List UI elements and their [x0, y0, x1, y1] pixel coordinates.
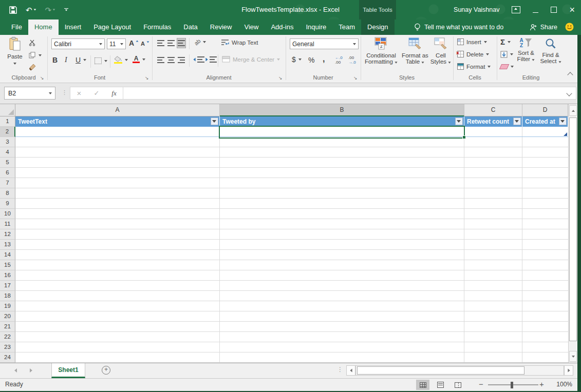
align-center-button[interactable]: [166, 55, 176, 65]
table-header-cell-B[interactable]: Tweeted by: [220, 116, 464, 127]
tab-team[interactable]: Team: [332, 19, 361, 35]
decrease-indent-button[interactable]: [193, 56, 204, 63]
next-sheet-icon[interactable]: [30, 368, 32, 373]
tell-me-box[interactable]: Tell me what you want to do: [414, 19, 503, 35]
worksheet-grid[interactable]: ATweetTextBTweeted byCRetweet countDCrea…: [0, 104, 568, 363]
bottom-align-button[interactable]: [177, 38, 186, 48]
row-header-3[interactable]: 3: [0, 137, 15, 147]
grid-row-19[interactable]: [15, 301, 568, 311]
tab-formulas[interactable]: Formulas: [137, 19, 177, 35]
zoom-slider-thumb[interactable]: [511, 382, 513, 388]
normal-view-button[interactable]: [416, 380, 429, 390]
page-layout-view-button[interactable]: [434, 380, 447, 390]
row-header-23[interactable]: 23: [0, 342, 15, 352]
fill-button[interactable]: [500, 51, 513, 58]
copy-button[interactable]: [29, 52, 42, 58]
underline-button[interactable]: U: [76, 56, 86, 64]
filter-button-C[interactable]: [513, 117, 521, 125]
row-header-4[interactable]: 4: [0, 147, 15, 158]
tab-design[interactable]: Design: [361, 19, 394, 35]
grid-row-11[interactable]: [15, 219, 568, 229]
row-header-10[interactable]: 10: [0, 209, 15, 219]
decrease-decimal-button[interactable]: .00→.0: [348, 55, 356, 65]
borders-button[interactable]: [95, 57, 107, 64]
comma-style-button[interactable]: ,: [323, 54, 325, 64]
zoom-slider-track[interactable]: [488, 384, 538, 385]
minimize-button[interactable]: [533, 6, 538, 14]
grid-row-5[interactable]: [15, 158, 568, 168]
middle-align-button[interactable]: [166, 38, 176, 48]
collapse-ribbon-button[interactable]: [568, 72, 572, 78]
undo-button[interactable]: ↶: [26, 6, 36, 14]
accounting-format-button[interactable]: $: [292, 55, 302, 64]
grid-row-18[interactable]: [15, 291, 568, 301]
increase-indent-button[interactable]: [205, 56, 217, 63]
grid-row-24[interactable]: [15, 352, 568, 363]
clipboard-dialog-launcher[interactable]: ↘: [40, 75, 45, 81]
zoom-in-button[interactable]: +: [539, 380, 544, 388]
tab-insert[interactable]: Insert: [59, 19, 88, 35]
fill-color-button[interactable]: [114, 56, 128, 64]
grid-row-3[interactable]: [15, 137, 568, 147]
find-select-button[interactable]: Find & Select: [538, 37, 563, 64]
format-as-table-button[interactable]: Format as Table: [402, 37, 428, 65]
column-header-D[interactable]: D: [522, 104, 568, 116]
align-right-button[interactable]: [177, 55, 186, 65]
format-cells-button[interactable]: Format: [457, 63, 491, 70]
grid-row-8[interactable]: [15, 188, 568, 199]
format-painter-button[interactable]: [29, 64, 36, 71]
increase-font-size-button[interactable]: A: [129, 39, 139, 47]
tab-home[interactable]: Home: [28, 19, 59, 35]
active-cell-B2[interactable]: [219, 126, 465, 139]
tab-inquire[interactable]: Inquire: [299, 19, 332, 35]
grid-row-10[interactable]: [15, 209, 568, 219]
grid-row-17[interactable]: [15, 281, 568, 291]
align-left-button[interactable]: [156, 55, 165, 65]
row-header-1[interactable]: 1: [0, 116, 15, 127]
horizontal-scroll-thumb[interactable]: [357, 366, 524, 375]
grid-row-7[interactable]: [15, 178, 568, 188]
name-box[interactable]: B2: [4, 87, 55, 100]
grid-row-6[interactable]: [15, 168, 568, 178]
ribbon-display-options-icon[interactable]: [512, 6, 520, 13]
page-break-view-button[interactable]: [451, 380, 464, 390]
row-header-5[interactable]: 5: [0, 158, 15, 168]
bold-button[interactable]: B: [52, 56, 58, 64]
row-header-7[interactable]: 7: [0, 178, 15, 188]
sheetbar-resizer-dots[interactable]: ⋮: [337, 366, 343, 373]
row-header-2[interactable]: 2: [0, 127, 15, 137]
row-header-19[interactable]: 19: [0, 301, 15, 311]
grid-row-15[interactable]: [15, 260, 568, 270]
table-header-cell-A[interactable]: TweetText: [15, 116, 220, 127]
scroll-down-button[interactable]: [569, 351, 577, 362]
row-header-24[interactable]: 24: [0, 352, 15, 363]
wrap-text-button[interactable]: Wrap Text: [221, 39, 258, 46]
tab-page-layout[interactable]: Page Layout: [87, 19, 137, 35]
filter-button-A[interactable]: [211, 117, 218, 125]
row-header-20[interactable]: 20: [0, 311, 15, 322]
customize-qat-button[interactable]: [64, 8, 68, 11]
tab-add-ins[interactable]: Add-ins: [265, 19, 299, 35]
paste-button[interactable]: Paste: [4, 37, 26, 66]
vertical-scrollbar[interactable]: [568, 104, 577, 363]
insert-function-icon[interactable]: fx: [105, 89, 123, 97]
conditional-formatting-button[interactable]: ≠ Conditional Formatting: [363, 37, 400, 65]
table-resize-handle[interactable]: [564, 132, 567, 136]
font-size-combo[interactable]: 11: [107, 38, 126, 49]
grid-row-12[interactable]: [15, 229, 568, 240]
merge-center-button[interactable]: Merge & Center: [222, 56, 280, 63]
increase-decimal-button[interactable]: ←.0.00: [335, 55, 343, 65]
fill-handle[interactable]: [462, 135, 466, 139]
row-header-18[interactable]: 18: [0, 291, 15, 301]
row-header-17[interactable]: 17: [0, 281, 15, 291]
tab-file[interactable]: File: [5, 19, 28, 35]
tab-review[interactable]: Review: [204, 19, 238, 35]
row-header-21[interactable]: 21: [0, 322, 15, 332]
previous-sheet-icon[interactable]: [14, 368, 17, 373]
row-header-16[interactable]: 16: [0, 270, 15, 281]
row-header-6[interactable]: 6: [0, 168, 15, 178]
row-header-22[interactable]: 22: [0, 332, 15, 342]
row-header-14[interactable]: 14: [0, 250, 15, 260]
percent-style-button[interactable]: %: [308, 56, 314, 64]
row-header-9[interactable]: 9: [0, 199, 15, 209]
